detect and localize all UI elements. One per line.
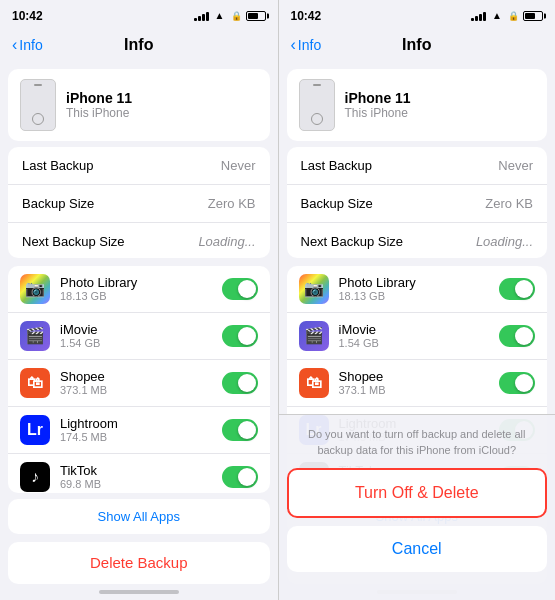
nav-back-button[interactable]: ‹ Info: [291, 37, 322, 53]
battery-fill: [525, 13, 535, 19]
info-row-2: Next Backup Size Loading...: [287, 223, 548, 258]
app-name-0: Photo Library: [60, 275, 222, 290]
delete-backup-button[interactable]: Delete Backup: [90, 554, 188, 571]
app-size-0: 18.13 GB: [60, 290, 222, 302]
nav-bar: ‹ Info Info: [279, 27, 556, 62]
device-icon: [20, 79, 56, 131]
status-time: 10:42: [12, 9, 43, 23]
app-size-2: 373.1 MB: [60, 384, 222, 396]
info-value-2: Loading...: [198, 234, 255, 249]
toggle-0[interactable]: [499, 278, 535, 300]
signal-bar-4: [483, 12, 486, 21]
app-icon-lightroom: Lr: [20, 415, 50, 445]
nav-back-label[interactable]: Info: [19, 37, 42, 53]
battery-icon: [523, 11, 543, 21]
info-label-2: Next Backup Size: [22, 234, 125, 249]
device-subtitle: This iPhone: [345, 106, 411, 120]
toggle-1[interactable]: [222, 325, 258, 347]
home-indicator-bar: [99, 590, 179, 594]
nav-title: Info: [124, 36, 153, 54]
app-row-0: 📷 Photo Library 18.13 GB: [8, 266, 270, 313]
info-label-0: Last Backup: [22, 158, 94, 173]
app-info-2: Shopee 373.1 MB: [60, 369, 222, 396]
app-icon-tiktok: ♪: [20, 462, 50, 492]
info-value-0: Never: [498, 158, 533, 173]
info-value-2: Loading...: [476, 234, 533, 249]
app-icon-photo-library: 📷: [20, 274, 50, 304]
signal-bar-1: [194, 18, 197, 21]
turn-off-delete-label: Turn Off & Delete: [355, 484, 479, 501]
show-all-apps-link[interactable]: Show All Apps: [8, 499, 270, 534]
app-size-1: 1.54 GB: [339, 337, 500, 349]
app-row-3: Lr Lightroom 174.5 MB: [8, 407, 270, 454]
info-value-0: Never: [221, 158, 256, 173]
info-label-0: Last Backup: [301, 158, 373, 173]
app-info-0: Photo Library 18.13 GB: [339, 275, 500, 302]
device-text: iPhone 11 This iPhone: [66, 90, 132, 120]
app-row-1: 🎬 iMovie 1.54 GB: [8, 313, 270, 360]
back-arrow-icon: ‹: [12, 37, 17, 53]
toggle-2[interactable]: [222, 372, 258, 394]
app-info-3: Lightroom 174.5 MB: [60, 416, 222, 443]
info-row-0: Last Backup Never: [8, 147, 270, 185]
app-size-0: 18.13 GB: [339, 290, 500, 302]
signal-bar-1: [471, 18, 474, 21]
app-name-1: iMovie: [60, 322, 222, 337]
app-size-1: 1.54 GB: [60, 337, 222, 349]
signal-bar-4: [206, 12, 209, 21]
info-row-1: Backup Size Zero KB: [8, 185, 270, 223]
app-name-0: Photo Library: [339, 275, 500, 290]
info-value-1: Zero KB: [485, 196, 533, 211]
app-row-1: 🎬 iMovie 1.54 GB: [287, 313, 548, 360]
cancel-label: Cancel: [392, 540, 442, 557]
nav-bar: ‹ Info Info: [0, 27, 278, 62]
info-label-1: Backup Size: [301, 196, 373, 211]
action-sheet-message: Do you want to turn off backup and delet…: [287, 427, 548, 458]
info-row-2: Next Backup Size Loading...: [8, 223, 270, 258]
app-name-2: Shopee: [60, 369, 222, 384]
status-bar: 10:42 ▲ 🔒: [0, 0, 278, 27]
signal-bar-2: [198, 16, 201, 21]
nav-back-button[interactable]: ‹ Info: [12, 37, 43, 53]
device-name: iPhone 11: [345, 90, 411, 106]
turn-off-delete-button[interactable]: Turn Off & Delete: [287, 468, 548, 518]
app-icon-shopee: 🛍: [299, 368, 329, 398]
nav-back-label[interactable]: Info: [298, 37, 321, 53]
lock-icon: 🔒: [231, 11, 242, 21]
info-label-1: Backup Size: [22, 196, 94, 211]
app-name-4: TikTok: [60, 463, 222, 478]
info-table: Last Backup Never Backup Size Zero KB Ne…: [8, 147, 270, 258]
info-row-0: Last Backup Never: [287, 147, 548, 185]
status-time: 10:42: [291, 9, 322, 23]
toggle-0[interactable]: [222, 278, 258, 300]
toggle-2[interactable]: [499, 372, 535, 394]
app-row-2: 🛍 Shopee 373.1 MB: [8, 360, 270, 407]
app-row-2: 🛍 Shopee 373.1 MB: [287, 360, 548, 407]
lock-icon: 🔒: [508, 11, 519, 21]
app-info-1: iMovie 1.54 GB: [339, 322, 500, 349]
delete-button-section: Delete Backup: [8, 542, 270, 584]
back-arrow-icon: ‹: [291, 37, 296, 53]
app-size-2: 373.1 MB: [339, 384, 500, 396]
app-row-4: ♪ TikTok 69.8 MB: [8, 454, 270, 494]
toggle-1[interactable]: [499, 325, 535, 347]
battery-icon: [246, 11, 266, 21]
app-size-4: 69.8 MB: [60, 478, 222, 490]
apps-section: 📷 Photo Library 18.13 GB 🎬 iMovie 1.54 G…: [8, 266, 270, 494]
app-info-0: Photo Library 18.13 GB: [60, 275, 222, 302]
device-icon: [299, 79, 335, 131]
app-info-1: iMovie 1.54 GB: [60, 322, 222, 349]
signal-bars-icon: [471, 11, 486, 21]
device-text: iPhone 11 This iPhone: [345, 90, 411, 120]
app-name-3: Lightroom: [60, 416, 222, 431]
toggle-3[interactable]: [222, 419, 258, 441]
wifi-icon: ▲: [492, 10, 502, 21]
info-value-1: Zero KB: [208, 196, 256, 211]
cancel-button[interactable]: Cancel: [287, 526, 548, 572]
home-indicator: [0, 584, 278, 600]
toggle-4[interactable]: [222, 466, 258, 488]
signal-bars-icon: [194, 11, 209, 21]
app-size-3: 174.5 MB: [60, 431, 222, 443]
app-icon-imovie: 🎬: [20, 321, 50, 351]
app-name-2: Shopee: [339, 369, 500, 384]
